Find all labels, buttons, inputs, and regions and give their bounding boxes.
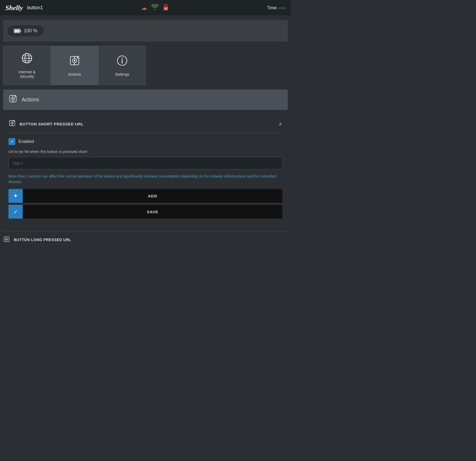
svg-point-27 [12,123,13,124]
nav-tile-label-settings: Settings [115,72,129,76]
enabled-label: Enabled [19,139,34,144]
app-name: button1 [27,5,43,11]
bottom-section: BUTTON LONG PRESSED URL [3,231,288,247]
app-logo: Shelly [5,4,23,12]
svg-text:$: $ [77,56,78,59]
svg-rect-4 [15,30,20,32]
save-check-icon: ✓ [13,209,18,215]
add-button-row: + ADD [8,189,282,203]
battery-section: 100 % [3,20,288,42]
globe-icon [21,52,33,66]
accordion-title-short-press: BUTTON SHORT PRESSED URL [20,122,84,126]
next-accordion-title: BUTTON LONG PRESSED URL [14,238,71,242]
nav-tile-settings[interactable]: Settings [98,46,146,85]
enabled-checkbox[interactable]: ✓ [8,138,15,145]
wifi-icon [151,4,159,11]
svg-text:$: $ [13,120,15,122]
svg-point-21 [12,98,14,100]
accordion-header-short-press[interactable]: $ BUTTON SHORT PRESSED URL ∧ [8,115,282,133]
header-left: Shelly button1 [5,4,43,12]
app-header: Shelly button1 ☁ Time: --:-- [0,0,291,16]
nav-tile-actions[interactable]: $ Actions [51,46,98,85]
enabled-row: ✓ Enabled [8,138,282,145]
svg-text:$: $ [15,95,16,98]
battery-icon [14,28,21,34]
battery-percent: 100 % [24,28,37,34]
time-display: Time: --:-- [267,6,286,10]
cloud-icon: ☁ [141,4,147,11]
actions-nav-icon: $ [69,55,80,69]
nav-tile-internet-security[interactable]: Internet &Security [3,46,51,85]
svg-point-1 [165,8,166,9]
section-title: Actions [22,97,39,103]
add-button-icon[interactable]: + [8,189,23,203]
save-button-icon[interactable]: ✓ [8,205,23,219]
section-header-icon: $ [8,94,17,105]
svg-point-12 [74,60,75,61]
info-nav-icon [116,55,128,69]
svg-point-33 [6,239,7,240]
next-accordion-icon [3,236,10,244]
battery-pill: 100 % [7,25,44,36]
save-button-row: ✓ SAVE [8,205,282,219]
warning-text: More than 2 actions can affect the norma… [8,174,282,185]
checkmark-icon: ✓ [10,139,14,144]
lock-icon [163,4,169,12]
chevron-up-icon: ∧ [278,121,282,127]
svg-rect-3 [20,30,21,32]
url-description: Url to be hit when the button is pressed… [8,149,282,154]
accordion-actions-icon: $ [8,119,16,128]
url-input-field[interactable] [8,157,282,169]
content-area: $ BUTTON SHORT PRESSED URL ∧ ✓ Enabled U… [3,110,288,226]
svg-point-18 [122,58,123,59]
nav-tiles: Internet &Security $ Actions Settings [3,46,288,85]
save-button[interactable]: SAVE [23,205,282,219]
nav-tile-label-actions: Actions [68,72,81,76]
add-button[interactable]: ADD [23,189,282,203]
next-accordion-header[interactable]: BUTTON LONG PRESSED URL [3,236,288,247]
header-status-icons: ☁ [141,4,169,12]
plus-icon: + [14,192,17,200]
section-header-bar: $ Actions [3,89,288,110]
nav-tile-label-internet: Internet &Security [18,70,35,79]
